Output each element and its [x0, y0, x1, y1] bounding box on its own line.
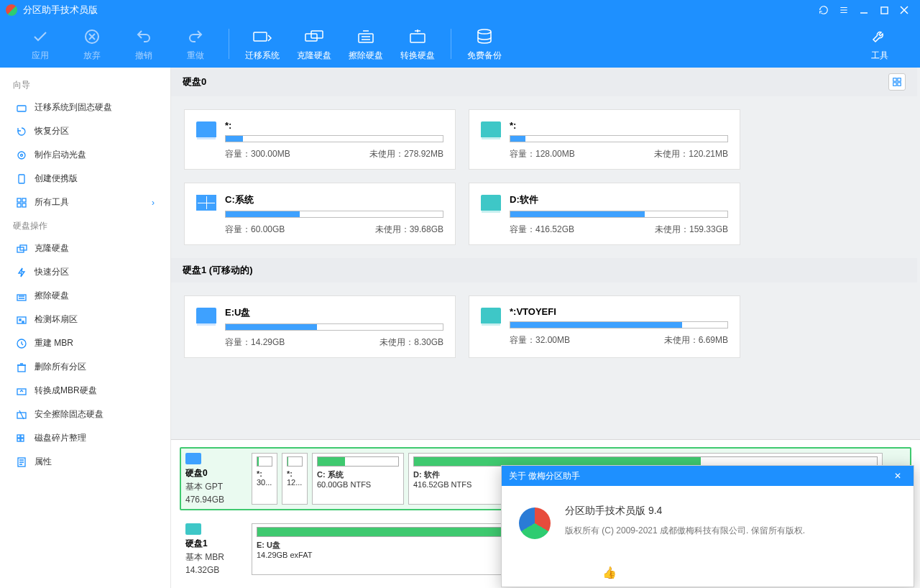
- svg-rect-8: [17, 106, 26, 111]
- sidebar-item-label: 重建 MBR: [34, 337, 73, 349]
- sidebar-item[interactable]: 安全擦除固态硬盘: [0, 403, 170, 426]
- partition-name: D:软件: [510, 193, 728, 206]
- svg-rect-2: [254, 32, 267, 41]
- partition-block[interactable]: C: 系统60.00GB NTFS: [312, 453, 404, 505]
- partition-card[interactable]: *:容量：300.00MB未使用：278.92MB: [184, 109, 456, 170]
- svg-rect-29: [893, 78, 896, 81]
- app-title: 分区助手技术员版: [23, 4, 98, 17]
- about-close-icon[interactable]: ✕: [889, 471, 906, 481]
- usage-bar: [510, 135, 728, 142]
- disk-icon: [185, 523, 201, 535]
- tools-button[interactable]: 工具: [854, 27, 906, 62]
- sidebar-item[interactable]: 删除所有分区: [0, 355, 170, 379]
- close-icon[interactable]: [894, 0, 914, 20]
- thumbs-up-icon[interactable]: 👍: [602, 566, 617, 579]
- disk-header: 硬盘0: [171, 68, 917, 96]
- sidebar-cat-diskops: 硬盘操作: [0, 214, 170, 236]
- boot-icon: [16, 150, 27, 161]
- capacity-label: 容量：416.52GB: [510, 224, 574, 236]
- refresh-icon[interactable]: [814, 0, 834, 20]
- partition-card[interactable]: D:软件容量：416.52GB未使用：159.33GB: [469, 183, 740, 245]
- sidebar-item[interactable]: 快速分区: [0, 260, 170, 284]
- svg-rect-18: [17, 295, 26, 300]
- maximize-icon[interactable]: [874, 0, 894, 20]
- sidebar-cat-wizard: 向导: [0, 73, 170, 96]
- view-toggle-icon[interactable]: [888, 73, 906, 91]
- svg-rect-19: [17, 317, 26, 323]
- partition-block[interactable]: *:30...: [252, 453, 277, 505]
- disk-header-label: 硬盘0: [183, 75, 206, 88]
- drive-icon: [481, 121, 501, 137]
- disk-icon: [185, 453, 201, 464]
- convert-button[interactable]: 转换硬盘: [392, 27, 443, 62]
- svg-point-10: [21, 154, 23, 156]
- svg-rect-32: [898, 83, 901, 86]
- discard-button[interactable]: 放弃: [66, 27, 118, 62]
- svg-rect-11: [19, 175, 24, 183]
- all-icon: [16, 197, 27, 208]
- drive-icon: [196, 121, 216, 137]
- usage-bar: [510, 321, 728, 329]
- partition-card[interactable]: *:VTOYEFI容量：32.00MB未使用：6.69MB: [469, 295, 740, 358]
- clone-button[interactable]: 克隆硬盘: [288, 27, 340, 62]
- sidebar-item[interactable]: 重建 MBR: [0, 331, 170, 355]
- portable-icon: [16, 173, 27, 185]
- svg-point-7: [478, 29, 491, 34]
- disk-strip-info: 硬盘1基本 MBR14.32GB: [185, 523, 247, 575]
- sidebar-item[interactable]: 属性: [0, 450, 170, 474]
- about-copyright: 版权所有 (C) 2009-2021 成都傲梅科技有限公司. 保留所有版权.: [565, 525, 805, 537]
- redo-button[interactable]: 重做: [170, 27, 221, 62]
- svg-rect-12: [17, 198, 21, 202]
- drive-icon: [196, 308, 216, 323]
- sidebar: 向导 迁移系统到固态硬盘恢复分区制作启动光盘创建便携版所有工具› 硬盘操作 克隆…: [0, 68, 171, 588]
- minimize-icon[interactable]: [854, 0, 874, 20]
- partition-card[interactable]: *:容量：128.00MB未使用：120.21MB: [469, 109, 740, 170]
- sidebar-item[interactable]: 制作启动光盘: [0, 143, 170, 167]
- drive-icon: [196, 195, 216, 211]
- sidebar-item[interactable]: 磁盘碎片整理: [0, 426, 170, 450]
- menu-icon[interactable]: [834, 0, 854, 20]
- sidebar-item-label: 擦除硬盘: [34, 290, 69, 302]
- apply-button[interactable]: 应用: [14, 27, 66, 62]
- undo-button[interactable]: 撤销: [118, 27, 170, 62]
- recover-icon: [16, 126, 27, 137]
- toolbar: 应用 放弃 撤销 重做 迁移系统 克隆硬盘 擦除硬盘 转换硬盘 免费备份 工具: [0, 20, 920, 68]
- svg-rect-24: [17, 435, 20, 438]
- sidebar-item-label: 安全擦除固态硬盘: [34, 408, 104, 421]
- defrag-icon: [16, 433, 27, 444]
- partition-block[interactable]: *:12...: [282, 453, 308, 505]
- sidebar-item-label: 快速分区: [34, 266, 69, 278]
- partition-card[interactable]: C:系统容量：60.00GB未使用：39.68GB: [184, 183, 456, 245]
- usage-bar: [225, 211, 443, 218]
- sidebar-item[interactable]: 克隆硬盘: [0, 236, 170, 260]
- drive-icon: [481, 308, 501, 323]
- partition-name: E:U盘: [225, 306, 443, 319]
- tombr-icon: [16, 385, 27, 397]
- mbr-icon: [16, 338, 27, 349]
- sidebar-item[interactable]: 检测坏扇区: [0, 308, 170, 331]
- backup-button[interactable]: 免费备份: [459, 27, 510, 62]
- chevron-right-icon: ›: [152, 198, 155, 208]
- sidebar-item-label: 创建便携版: [34, 173, 78, 185]
- usage-bar: [510, 211, 728, 218]
- sidebar-item[interactable]: 转换成MBR硬盘: [0, 379, 170, 403]
- svg-rect-30: [898, 78, 901, 81]
- sidebar-item[interactable]: 创建便携版: [0, 167, 170, 190]
- partition-card[interactable]: E:U盘容量：14.29GB未使用：8.30GB: [184, 295, 456, 358]
- svg-rect-26: [17, 438, 20, 441]
- sidebar-item-label: 删除所有分区: [34, 361, 86, 373]
- free-label: 未使用：278.92MB: [369, 148, 443, 160]
- sidebar-item-label: 克隆硬盘: [34, 242, 69, 254]
- sidebar-item[interactable]: 所有工具›: [0, 190, 170, 214]
- migrate-button[interactable]: 迁移系统: [236, 27, 288, 62]
- wipe-button[interactable]: 擦除硬盘: [340, 27, 392, 62]
- svg-rect-27: [21, 438, 24, 441]
- sidebar-item[interactable]: 擦除硬盘: [0, 284, 170, 308]
- prop-icon: [16, 456, 27, 468]
- svg-rect-6: [410, 34, 425, 42]
- app-logo-icon: [6, 4, 17, 16]
- sidebar-item[interactable]: 恢复分区: [0, 119, 170, 143]
- sidebar-item[interactable]: 迁移系统到固态硬盘: [0, 96, 170, 119]
- titlebar: 分区助手技术员版: [0, 0, 920, 20]
- svg-rect-21: [18, 365, 25, 372]
